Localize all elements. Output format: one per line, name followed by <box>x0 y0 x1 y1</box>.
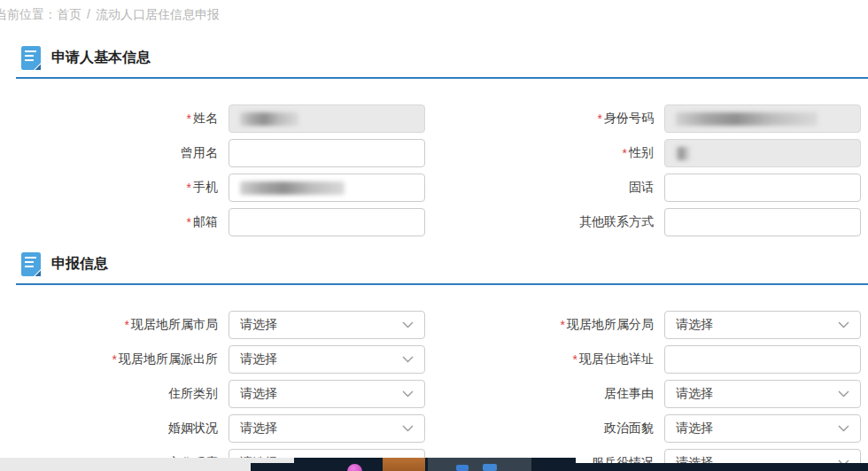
chevron-down-icon <box>402 356 414 363</box>
field-label: 住所类别 <box>168 386 218 402</box>
field-label-text: 政治面貌 <box>604 421 654 436</box>
dropdown-selected-value: 请选择 <box>240 351 277 367</box>
field-label-text: 身份号码 <box>604 111 654 127</box>
field-label-text: 固话 <box>629 180 654 196</box>
text-input <box>664 104 861 133</box>
dropdown-select[interactable]: 请选择 <box>664 311 861 339</box>
section-title: 申报信息 <box>51 255 108 274</box>
breadcrumb-separator: / <box>87 7 90 21</box>
section-title: 申请人基本信息 <box>51 49 151 67</box>
form-field: 固话 <box>434 174 861 202</box>
dropdown-selected-value: 请选择 <box>676 421 713 436</box>
text-input[interactable] <box>664 174 861 202</box>
dropdown-selected-value: 请选择 <box>676 386 713 402</box>
taskbar-app-icon-blue[interactable] <box>456 465 469 471</box>
field-label-text: 曾用名 <box>181 145 218 161</box>
form-field: 居住事由请选择 <box>434 380 861 408</box>
redacted-value <box>676 147 690 160</box>
required-asterisk: * <box>187 112 191 126</box>
form-field: *现居住地详址 <box>434 345 861 374</box>
declaration-info-form: *现居地所属市局请选择*现居地所属分局请选择*现居地所属派出所请选择*现居住地详… <box>7 311 861 471</box>
field-label-text: 性别 <box>629 145 654 161</box>
field-label: *性别 <box>623 145 654 161</box>
dropdown-select[interactable]: 请选择 <box>229 380 425 408</box>
field-label-text: 邮箱 <box>193 214 218 230</box>
dropdown-select[interactable]: 请选择 <box>229 311 425 339</box>
dropdown-selected-value: 请选择 <box>240 317 277 333</box>
document-icon <box>21 252 41 276</box>
form-field: *姓名 <box>7 104 434 133</box>
chevron-down-icon <box>838 425 849 432</box>
field-label: 曾用名 <box>181 145 218 161</box>
field-label: *现居地所属派出所 <box>112 351 218 367</box>
required-asterisk: * <box>623 146 627 160</box>
chevron-down-icon <box>402 425 414 432</box>
form-field: 曾用名 <box>7 139 434 167</box>
text-input[interactable] <box>229 139 425 167</box>
section-header-applicant-info: 申请人基本信息 <box>16 46 868 79</box>
form-field: *现居地所属分局请选择 <box>434 311 861 339</box>
breadcrumb-current: 流动人口居住信息申报 <box>96 7 220 21</box>
required-asterisk: * <box>573 352 577 367</box>
field-label: 其他联系方式 <box>579 214 654 230</box>
field-label-text: 现居地所属市局 <box>131 317 218 333</box>
field-label: 居住事由 <box>604 386 654 402</box>
text-input <box>664 139 861 167</box>
dropdown-select[interactable]: 请选择 <box>664 380 861 408</box>
dropdown-selected-value: 请选择 <box>240 386 277 402</box>
taskbar-app-icon-pink[interactable] <box>347 464 362 471</box>
declaration-form-page: 当前位置：首页/流动人口居住信息申报 申请人基本信息 *姓名*身份号码曾用名*性… <box>0 0 868 471</box>
required-asterisk: * <box>561 318 565 332</box>
field-label: 政治面貌 <box>604 421 654 436</box>
field-label: *身份号码 <box>598 111 654 127</box>
field-label-text: 住所类别 <box>168 386 218 402</box>
field-label-text: 姓名 <box>193 111 218 127</box>
field-label: *现居住地详址 <box>573 351 654 367</box>
required-asterisk: * <box>187 215 191 229</box>
chevron-down-icon <box>838 321 849 328</box>
required-asterisk: * <box>187 181 191 195</box>
field-label-text: 现居地所属分局 <box>567 317 654 333</box>
dropdown-selected-value: 请选择 <box>676 317 713 333</box>
taskbar-app-icon-blue[interactable] <box>483 464 497 471</box>
text-input[interactable] <box>229 208 425 236</box>
chevron-down-icon <box>838 390 849 398</box>
taskbar-app-icon-orange[interactable] <box>383 458 425 471</box>
field-label-text: 婚姻状况 <box>168 421 218 436</box>
form-field: 其他联系方式 <box>434 208 861 236</box>
form-field: *现居地所属派出所请选择 <box>7 345 434 374</box>
form-field: 政治面貌请选择 <box>434 414 861 443</box>
dropdown-select[interactable]: 请选择 <box>664 414 861 443</box>
required-asterisk: * <box>598 112 602 126</box>
dropdown-select[interactable]: 请选择 <box>229 414 425 443</box>
field-label: 固话 <box>629 180 654 196</box>
text-input[interactable] <box>664 345 861 374</box>
field-label: *邮箱 <box>187 214 218 230</box>
field-label-text: 居住事由 <box>604 386 654 402</box>
section-header-declaration-info: 申报信息 <box>16 252 868 285</box>
field-label-text: 其他联系方式 <box>579 214 654 230</box>
field-label: *现居地所属分局 <box>561 317 654 333</box>
field-label-text: 现居住地详址 <box>579 351 654 367</box>
document-icon <box>21 46 41 70</box>
text-input[interactable] <box>229 174 425 202</box>
field-label: *姓名 <box>187 111 218 127</box>
field-label: 婚姻状况 <box>168 421 218 436</box>
form-field: *现居地所属市局请选择 <box>7 311 434 339</box>
text-input <box>229 104 425 133</box>
applicant-basic-info-form: *姓名*身份号码曾用名*性别*手机固话*邮箱其他联系方式 <box>7 104 861 243</box>
taskbar-active-app-group[interactable] <box>428 458 531 471</box>
form-field: 住所类别请选择 <box>7 380 434 408</box>
redacted-value <box>240 181 345 195</box>
field-label: *现居地所属市局 <box>125 317 218 333</box>
chevron-down-icon <box>402 321 414 328</box>
breadcrumb-home-link[interactable]: 首页 <box>57 7 81 21</box>
redacted-value <box>240 112 298 126</box>
form-field: 婚姻状况请选择 <box>7 414 434 443</box>
dropdown-select[interactable]: 请选择 <box>229 345 425 374</box>
text-input[interactable] <box>664 208 861 236</box>
form-field: *性别 <box>434 139 861 167</box>
required-asterisk: * <box>125 318 129 332</box>
form-field: *手机 <box>7 174 434 202</box>
field-label: *手机 <box>187 180 218 196</box>
